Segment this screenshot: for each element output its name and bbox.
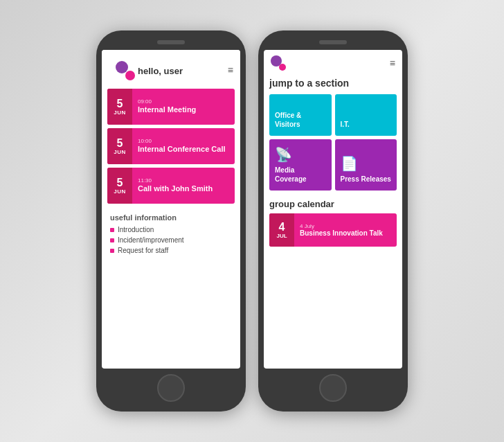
tile-office-label: Office & Visitors — [275, 111, 326, 129]
event-info-1: 09:00 Internal Meeting — [132, 89, 201, 125]
section-title: jump to a section — [264, 75, 402, 94]
useful-item-2[interactable]: Incident/improvement — [110, 236, 232, 244]
event-info-3: 11:30 Call with John Smith — [132, 168, 218, 204]
logo-left: hello, user — [109, 55, 190, 85]
tiles-grid: Office & Visitors I.T. 📡 Media Coverage … — [264, 94, 402, 196]
event-card-3[interactable]: 5 JUN 11:30 Call with John Smith — [107, 168, 235, 204]
event-month-3: JUN — [114, 188, 126, 195]
bullet-3 — [110, 249, 114, 253]
greeting-text: hello, user — [138, 66, 183, 76]
event-date-3: 5 JUN — [107, 168, 132, 204]
group-calendar-section: group calendar 4 JUL 4 July Business Inn… — [264, 196, 402, 251]
screen-header-right: ≡ — [264, 50, 402, 75]
useful-info-title: useful information — [110, 213, 232, 222]
event-day-2: 5 — [117, 138, 123, 149]
event-info-2: 10:00 Internal Conference Call — [132, 128, 231, 164]
bullet-1 — [110, 228, 114, 232]
tile-press[interactable]: 📄 Press Releases — [335, 139, 397, 191]
logo-icon-left — [116, 61, 135, 80]
tile-press-label: Press Releases — [341, 175, 392, 184]
event-name-2: Internal Conference Call — [138, 144, 226, 154]
phone-left: hello, user ≡ 5 JUN 09:00 Internal Meeti… — [96, 30, 246, 412]
cal-event-name: Business Innovation Talk — [300, 229, 383, 237]
calendar-event-card[interactable]: 4 JUL 4 July Business Innovation Talk — [269, 213, 397, 247]
document-icon: 📄 — [341, 155, 392, 172]
event-card-2[interactable]: 5 JUN 10:00 Internal Conference Call — [107, 128, 235, 164]
event-date-1: 5 JUN — [107, 89, 132, 125]
event-name-1: Internal Meeting — [138, 105, 196, 114]
useful-item-1[interactable]: Introduction — [110, 226, 232, 233]
cal-date: 4 JUL — [269, 213, 294, 247]
logo-circle-pink — [125, 71, 135, 80]
cal-date-label: 4 July — [300, 223, 383, 229]
event-month-2: JUN — [114, 149, 126, 155]
tile-it[interactable]: I.T. — [335, 94, 397, 136]
event-name-3: Call with John Smith — [138, 184, 213, 193]
bullet-2 — [110, 238, 114, 242]
cal-month: JUL — [276, 233, 287, 239]
cal-info: 4 July Business Innovation Talk — [294, 213, 388, 247]
event-date-2: 5 JUN — [107, 128, 132, 164]
useful-item-3[interactable]: Request for staff — [110, 247, 232, 254]
screen-right: ≡ jump to a section Office & Visitors I.… — [264, 50, 402, 369]
event-card-1[interactable]: 5 JUN 09:00 Internal Meeting — [107, 89, 235, 125]
broadcast-icon: 📡 — [275, 146, 326, 163]
event-time-2: 10:00 — [138, 138, 226, 144]
useful-item-label-1: Introduction — [118, 226, 154, 233]
menu-icon-left[interactable]: ≡ — [228, 64, 233, 76]
useful-item-label-2: Incident/improvement — [118, 236, 184, 244]
event-day-1: 5 — [117, 98, 123, 109]
group-calendar-title: group calendar — [269, 199, 397, 209]
event-day-3: 5 — [117, 177, 123, 188]
menu-icon-right[interactable]: ≡ — [390, 58, 395, 69]
screen-left: hello, user ≡ 5 JUN 09:00 Internal Meeti… — [102, 50, 240, 369]
useful-information-section: useful information Introduction Incident… — [107, 209, 235, 261]
screen-header-left: hello, user ≡ — [102, 50, 240, 89]
event-month-1: JUN — [114, 109, 126, 116]
useful-item-label-3: Request for staff — [118, 247, 168, 254]
cal-day: 4 — [279, 222, 285, 233]
tile-media-label: Media Coverage — [275, 166, 326, 184]
events-list: 5 JUN 09:00 Internal Meeting 5 JUN 10:00… — [102, 89, 240, 267]
tile-media[interactable]: 📡 Media Coverage — [269, 139, 332, 191]
logo-circle-pink-r — [279, 64, 286, 71]
logo-right — [271, 55, 286, 71]
tile-office[interactable]: Office & Visitors — [269, 94, 332, 136]
event-time-1: 09:00 — [138, 98, 196, 105]
phone-right: ≡ jump to a section Office & Visitors I.… — [258, 30, 408, 412]
event-time-3: 11:30 — [138, 177, 213, 184]
tile-it-label: I.T. — [341, 120, 392, 129]
